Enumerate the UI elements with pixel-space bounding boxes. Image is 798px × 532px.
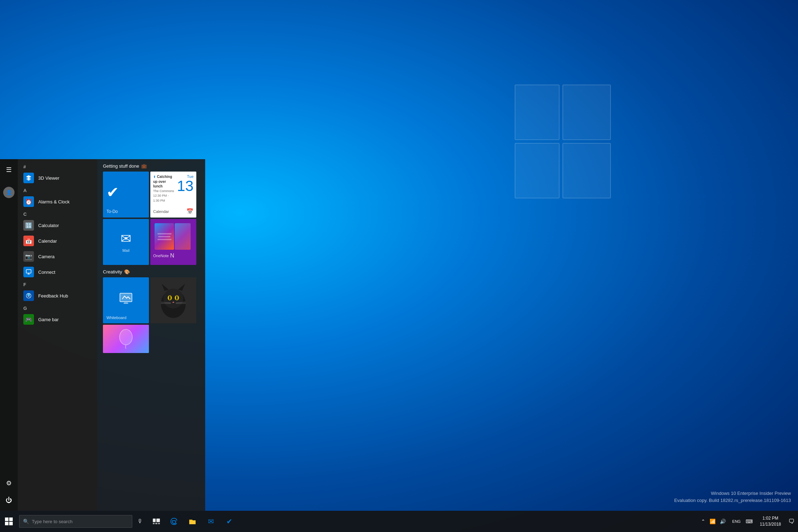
tile-todo-label: To-Do bbox=[106, 209, 145, 214]
app-item-camera[interactable]: 📷 Camera bbox=[18, 249, 97, 264]
power-sidebar-button[interactable]: ⏻ bbox=[1, 492, 17, 508]
taskbar-task-view-button[interactable] bbox=[148, 511, 165, 532]
todo-checkmark-icon: ✔ bbox=[106, 184, 145, 201]
watermark-line2: Evaluation copy. Build 18282.rs_prerelea… bbox=[674, 497, 791, 504]
svg-point-19 bbox=[176, 296, 178, 300]
tile-mail-label: Mail bbox=[122, 248, 129, 253]
app-label-calculator: Calculator bbox=[38, 223, 59, 228]
app-icon-3d-viewer bbox=[23, 173, 34, 183]
search-placeholder: Type here to search bbox=[32, 519, 73, 524]
app-label-3d-viewer: 3D Viewer bbox=[38, 175, 59, 181]
calendar-tile-label: Calendar bbox=[153, 209, 169, 214]
calendar-event-details: ⬆ Catching up over lunch The Commons 12:… bbox=[153, 174, 175, 203]
taskbar-microphone-button[interactable]: 🎙 bbox=[132, 511, 148, 532]
section-letter-g: G bbox=[18, 303, 97, 312]
taskbar-app-file-explorer[interactable] bbox=[183, 511, 202, 532]
hamburger-menu-button[interactable]: ☰ bbox=[1, 162, 17, 178]
svg-rect-31 bbox=[156, 519, 160, 522]
taskbar-clock[interactable]: 1:02 PM 11/13/2018 bbox=[756, 511, 785, 532]
notification-center-button[interactable]: 🗨 bbox=[785, 511, 798, 532]
tile-whiteboard-label: Whiteboard bbox=[106, 316, 145, 320]
svg-rect-26 bbox=[5, 517, 8, 521]
settings-sidebar-button[interactable]: ⚙ bbox=[1, 475, 17, 491]
svg-rect-30 bbox=[153, 519, 156, 522]
svg-point-18 bbox=[169, 296, 170, 300]
tiles-section-title-1: Getting stuff done 💼 bbox=[103, 163, 200, 169]
chevron-up-icon[interactable]: ⌃ bbox=[700, 517, 707, 526]
section-letter-hash: # bbox=[18, 162, 97, 170]
svg-point-13 bbox=[163, 289, 183, 308]
clock-date: 11/13/2018 bbox=[760, 521, 781, 527]
svg-rect-28 bbox=[5, 522, 8, 525]
section-letter-c: C bbox=[18, 209, 97, 218]
taskbar-app-mail[interactable]: ✉ bbox=[202, 511, 220, 532]
onenote-preview bbox=[153, 222, 193, 251]
app-label-game-bar: Game bar bbox=[38, 317, 59, 322]
taskbar: 🔍 Type here to search 🎙 bbox=[0, 511, 798, 532]
app-icon-alarms-clock: ⏰ bbox=[23, 196, 34, 207]
svg-rect-34 bbox=[158, 523, 160, 524]
app-item-feedback-hub[interactable]: Feedback Hub bbox=[18, 288, 97, 303]
app-label-calendar: Calendar bbox=[38, 238, 57, 244]
svg-rect-29 bbox=[9, 522, 13, 525]
app-icon-calculator: 🔢 bbox=[23, 220, 34, 231]
start-menu: ☰ 👤 ⚙ ⏻ # 3D Viewer A ⏰ Alarms & Clock C bbox=[0, 159, 205, 511]
app-label-feedback-hub: Feedback Hub bbox=[38, 293, 68, 299]
tile-balloon[interactable] bbox=[103, 325, 149, 353]
app-item-calculator[interactable]: 🔢 Calculator bbox=[18, 218, 97, 233]
app-item-connect[interactable]: Connect bbox=[18, 264, 97, 280]
tile-cat-photo[interactable] bbox=[150, 277, 196, 323]
svg-rect-6 bbox=[515, 143, 559, 198]
network-icon[interactable]: 📶 bbox=[708, 517, 717, 526]
start-button[interactable] bbox=[0, 511, 18, 532]
mail-icon: ✉ bbox=[121, 231, 131, 246]
speaker-icon[interactable]: 🔊 bbox=[718, 517, 727, 526]
taskbar-right: ⌃ 📶 🔊 ENG ⌨ 1:02 PM 11/13/2018 🗨 bbox=[697, 511, 798, 532]
app-item-alarms-clock[interactable]: ⏰ Alarms & Clock bbox=[18, 194, 97, 209]
language-indicator[interactable]: ENG bbox=[730, 519, 743, 524]
taskbar-app-edge[interactable] bbox=[165, 511, 183, 532]
tile-onenote[interactable]: OneNote N bbox=[150, 219, 196, 265]
svg-rect-32 bbox=[153, 523, 155, 524]
taskbar-app-todo[interactable]: ✔ bbox=[220, 511, 238, 532]
svg-rect-7 bbox=[563, 143, 611, 198]
start-sidebar: ☰ 👤 ⚙ ⏻ bbox=[0, 159, 18, 511]
svg-rect-8 bbox=[26, 270, 31, 273]
mail-taskbar-icon: ✉ bbox=[208, 517, 214, 526]
app-icon-calendar: 📅 bbox=[23, 236, 34, 246]
tiles-area: Getting stuff done 💼 ✔ To-Do ⬆ Catching … bbox=[97, 159, 205, 511]
app-label-alarms-clock: Alarms & Clock bbox=[38, 199, 70, 204]
app-item-game-bar[interactable]: 🎮 Game bar bbox=[18, 312, 97, 327]
app-item-3d-viewer[interactable]: 3D Viewer bbox=[18, 170, 97, 186]
app-icon-connect bbox=[23, 267, 34, 277]
calendar-day-number: 13 bbox=[177, 179, 193, 193]
clock-time: 1:02 PM bbox=[763, 515, 779, 521]
windows-logo-desktop bbox=[511, 78, 614, 212]
app-item-calendar[interactable]: 📅 Calendar bbox=[18, 233, 97, 249]
tile-mail[interactable]: ✉ Mail bbox=[103, 219, 149, 265]
tile-onenote-label: OneNote bbox=[153, 254, 169, 258]
section-letter-f: F bbox=[18, 280, 97, 288]
tile-todo[interactable]: ✔ To-Do bbox=[103, 172, 149, 218]
onenote-logo-icon: N bbox=[170, 253, 174, 259]
app-label-connect: Connect bbox=[38, 270, 55, 275]
svg-rect-33 bbox=[155, 523, 157, 524]
keyboard-icon[interactable]: ⌨ bbox=[743, 511, 756, 532]
app-label-camera: Camera bbox=[38, 254, 54, 259]
todo-taskbar-icon: ✔ bbox=[226, 517, 232, 526]
svg-rect-5 bbox=[563, 85, 611, 140]
tile-onenote-bottom: OneNote N bbox=[153, 253, 193, 259]
tile-calendar[interactable]: ⬆ Catching up over lunch The Commons 12:… bbox=[150, 172, 196, 218]
svg-rect-27 bbox=[9, 517, 13, 521]
section-letter-a: A bbox=[18, 186, 97, 194]
app-icon-camera: 📷 bbox=[23, 251, 34, 262]
calendar-tile-icon: 📅 bbox=[186, 208, 193, 215]
app-icon-feedback-hub bbox=[23, 290, 34, 301]
user-avatar[interactable]: 👤 bbox=[3, 187, 15, 198]
search-bar[interactable]: 🔍 Type here to search bbox=[19, 515, 132, 528]
tile-whiteboard[interactable]: Whiteboard bbox=[103, 277, 149, 323]
tiles-section-title-2: Creativity 🎨 bbox=[103, 269, 200, 274]
svg-point-25 bbox=[120, 329, 132, 345]
watermark-line1: Windows 10 Enterprise Insider Preview bbox=[674, 490, 791, 497]
cat-photo-image bbox=[150, 277, 196, 323]
